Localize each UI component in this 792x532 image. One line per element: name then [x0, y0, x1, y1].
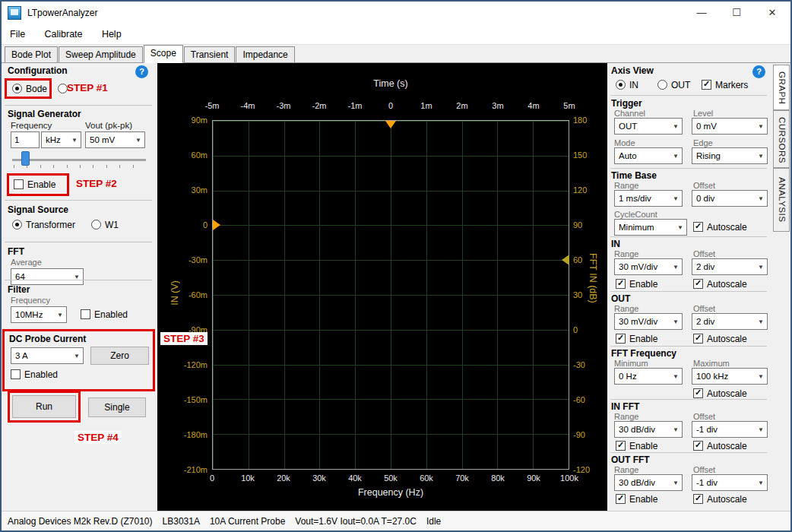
status-state: Idle: [426, 516, 441, 527]
minimize-button[interactable]: —: [684, 2, 719, 24]
in-fft-enable-checkbox[interactable]: Enable: [616, 441, 657, 451]
side-tab-graph[interactable]: GRAPH: [773, 65, 790, 110]
fft-minimum-select[interactable]: 0 Hz▼: [614, 368, 683, 385]
filter-enabled-checkbox[interactable]: Enabled: [81, 309, 128, 320]
cyclecount-select[interactable]: Minimum▼: [614, 219, 687, 236]
in-axis-tick: 0: [157, 220, 208, 230]
close-button[interactable]: ✕: [754, 2, 790, 24]
fft-axis-title: FFT IN (dB): [588, 253, 598, 303]
fft-frequency-autoscale-checkbox[interactable]: Autoscale: [693, 388, 747, 399]
frequency-input[interactable]: [11, 131, 40, 148]
in-radio-label: IN: [629, 80, 638, 90]
section-divider: [5, 105, 152, 106]
tab-transient[interactable]: Transient: [184, 46, 236, 62]
time-base-offset-select[interactable]: 0 div▼: [692, 190, 768, 207]
time-axis-title: Time (s): [373, 78, 407, 89]
in-axis-tick: -30m: [157, 255, 208, 264]
run-button[interactable]: Run: [12, 395, 76, 418]
trigger-level-select[interactable]: 0 mV▼: [692, 118, 768, 135]
in-fft-offset-select[interactable]: -1 div▼: [692, 421, 768, 438]
axis-view-in-radio[interactable]: IN: [616, 80, 638, 90]
enable-label: Enable: [629, 279, 657, 290]
step3-label: STEP #3: [160, 332, 208, 345]
out-fft-autoscale-checkbox[interactable]: Autoscale: [693, 494, 747, 505]
markers-label: Markers: [715, 80, 748, 90]
transformer-radio[interactable]: Transformer: [12, 220, 75, 230]
fft-axis-tick: 0: [573, 325, 578, 334]
w1-radio[interactable]: W1: [91, 220, 119, 230]
section-divider: [610, 291, 767, 292]
amplitude-slider-track[interactable]: [12, 159, 146, 161]
out-fft-enable-checkbox[interactable]: Enable: [616, 494, 657, 505]
axis-view-help-icon[interactable]: ?: [752, 65, 765, 78]
trigger-mode-select[interactable]: Auto▼: [614, 147, 683, 164]
time-base-autoscale-checkbox[interactable]: Autoscale: [693, 222, 747, 233]
tab-bode-plot[interactable]: Bode Plot: [5, 46, 58, 62]
time-base-offset-label: Offset: [693, 181, 715, 190]
filter-frequency-select[interactable]: 10MHz▼: [11, 306, 67, 323]
chevron-down-icon: ▼: [758, 264, 764, 271]
out-fft-offset-select[interactable]: -1 div▼: [692, 474, 768, 491]
trigger-edge-select[interactable]: Rising▼: [692, 147, 768, 164]
filter-title: Filter: [8, 284, 30, 295]
in-axis-tick: 90m: [157, 116, 208, 125]
zero-button[interactable]: Zero: [90, 347, 149, 365]
in-autoscale-checkbox[interactable]: Autoscale: [693, 279, 747, 290]
in-offset-select[interactable]: 2 div▼: [692, 258, 768, 275]
radio-dot: [657, 80, 667, 90]
combo-value: 2 div: [696, 317, 714, 326]
axis-view-out-radio[interactable]: OUT: [657, 80, 690, 90]
out-offset-select[interactable]: 2 div▼: [692, 313, 768, 330]
combo-value: 0 mV: [696, 122, 717, 131]
time-tick: 1m: [420, 101, 432, 110]
in-fft-autoscale-checkbox[interactable]: Autoscale: [693, 441, 747, 451]
bode-radio[interactable]: Bode: [12, 84, 47, 94]
in-fft-range-select[interactable]: 30 dB/div▼: [614, 421, 683, 438]
out-autoscale-checkbox[interactable]: Autoscale: [693, 334, 747, 344]
single-button[interactable]: Single: [88, 397, 146, 417]
in-range-select[interactable]: 30 mV/div▼: [614, 258, 683, 275]
signal-generator-enable-checkbox[interactable]: Enable: [14, 179, 55, 190]
frequency-unit-select[interactable]: kHz▼: [41, 131, 81, 148]
fft-axis-tick: 180: [573, 116, 587, 125]
in-enable-checkbox[interactable]: Enable: [616, 279, 657, 290]
time-cursor-marker[interactable]: [385, 121, 396, 128]
fft-average-select[interactable]: 64▼: [11, 268, 84, 285]
out-range-label: Range: [614, 304, 638, 313]
fft-frequency-title: FFT Frequency: [611, 348, 676, 359]
in-axis-title: IN (V): [169, 280, 180, 306]
out-fft-range-select[interactable]: 30 dB/div▼: [614, 474, 683, 491]
time-tick: -2m: [312, 101, 327, 110]
fft-level-marker[interactable]: [562, 255, 569, 265]
in-axis-tick: -60m: [157, 290, 208, 299]
combo-value: 1 ms/div: [619, 194, 651, 203]
time-base-range-label: Range: [614, 181, 638, 190]
time-base-range-select[interactable]: 1 ms/div▼: [614, 190, 683, 207]
vout-select[interactable]: 50 mV▼: [85, 131, 145, 148]
side-tab-cursors[interactable]: CURSORS: [773, 110, 790, 168]
in-axis-tick: 30m: [157, 185, 208, 195]
dc-probe-enabled-checkbox[interactable]: Enabled: [11, 369, 58, 380]
maximize-button[interactable]: ☐: [719, 2, 754, 24]
side-tab-analysis[interactable]: ANALYSIS: [773, 168, 790, 232]
out-range-select[interactable]: 30 mV/div▼: [614, 313, 683, 330]
tab-impedance[interactable]: Impedance: [236, 46, 294, 62]
dc-probe-current-select[interactable]: 3 A▼: [11, 347, 84, 364]
amplitude-slider-thumb[interactable]: [21, 151, 30, 166]
menu-help[interactable]: Help: [93, 24, 130, 45]
combo-value: -1 div: [696, 478, 718, 487]
menu-file[interactable]: File: [2, 24, 33, 45]
step1-label: STEP #1: [67, 82, 108, 93]
title-bar: LTpowerAnalyzer — ☐ ✕: [2, 2, 790, 24]
trigger-channel-select[interactable]: OUT▼: [614, 118, 683, 135]
menu-calibrate[interactable]: Calibrate: [36, 24, 91, 45]
tab-sweep-amplitude[interactable]: Sweep Amplitude: [59, 46, 143, 62]
markers-checkbox[interactable]: Markers: [702, 80, 748, 90]
tab-scope[interactable]: Scope: [144, 45, 183, 63]
configuration-help-icon[interactable]: ?: [135, 65, 148, 78]
out-enable-checkbox[interactable]: Enable: [616, 334, 657, 344]
checkbox-box: [14, 179, 24, 189]
fft-maximum-select[interactable]: 100 kHz▼: [692, 368, 768, 385]
in-level-marker[interactable]: [213, 220, 220, 230]
section-divider: [5, 200, 152, 201]
